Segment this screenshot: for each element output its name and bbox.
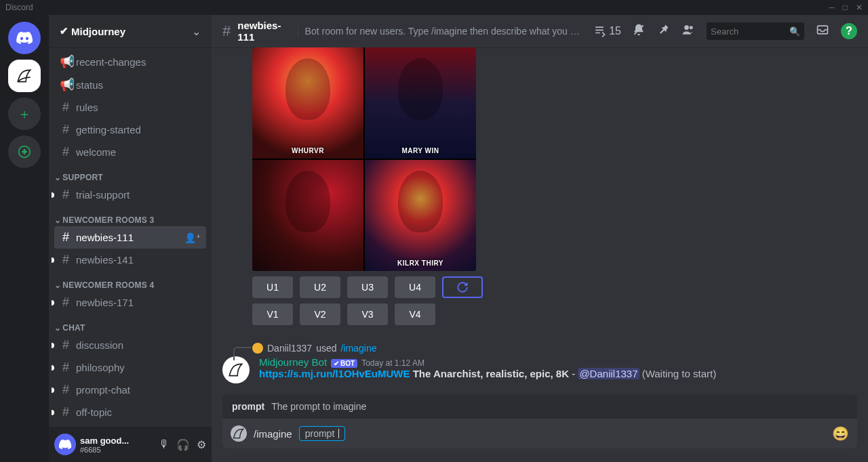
composer-zone: prompt The prompt to imagine /imagine pr… bbox=[212, 386, 868, 462]
member-list-icon[interactable] bbox=[681, 23, 696, 39]
explore-servers-button[interactable] bbox=[8, 135, 41, 168]
channel-newbies-141[interactable]: #newbies-141 bbox=[54, 249, 206, 271]
channel-label: newbies-171 bbox=[76, 297, 134, 308]
channel-rules[interactable]: #rules bbox=[54, 96, 206, 119]
upscale-2-button[interactable]: U2 bbox=[300, 276, 340, 298]
channel-discussion[interactable]: #discussion bbox=[54, 334, 206, 356]
prompt-argument-pill[interactable]: prompt bbox=[299, 426, 346, 441]
variation-4-button[interactable]: V4 bbox=[395, 303, 435, 325]
unread-indicator-icon bbox=[52, 257, 54, 263]
channel-trial-support[interactable]: #trial-support bbox=[54, 184, 206, 206]
server-name: Midjourney bbox=[71, 26, 125, 37]
window-close-icon[interactable]: ✕ bbox=[856, 3, 863, 12]
channel-status[interactable]: 📢status bbox=[54, 73, 206, 96]
upscale-4-button[interactable]: U4 bbox=[395, 276, 435, 298]
hash-icon: # bbox=[222, 22, 231, 40]
result-image-3 bbox=[252, 160, 363, 271]
bot-tag: ✔ BOT bbox=[331, 359, 357, 368]
channel-welcome[interactable]: #welcome bbox=[54, 141, 206, 163]
hash-icon: # bbox=[60, 145, 72, 159]
user-mention[interactable]: @Daniil1337 bbox=[578, 368, 639, 379]
channel-philosophy[interactable]: #philosophy bbox=[54, 356, 206, 379]
message-list: WHURVR MARY WIN KILRX THIRY U1 U2 U3 U4 … bbox=[212, 47, 868, 386]
variation-3-button[interactable]: V3 bbox=[347, 303, 388, 325]
reroll-button[interactable] bbox=[442, 276, 483, 298]
unread-indicator-icon bbox=[52, 410, 54, 415]
category-newcomer-rooms-4[interactable]: ⌄NEWCOMER ROOMS 4 bbox=[49, 271, 212, 291]
category-support[interactable]: ⌄SUPPORT bbox=[49, 163, 212, 184]
hash-icon: # bbox=[60, 360, 72, 375]
svg-point-2 bbox=[684, 25, 689, 30]
help-icon[interactable]: ? bbox=[841, 23, 857, 39]
svg-point-3 bbox=[690, 26, 693, 29]
reply-avatar-icon bbox=[252, 343, 263, 354]
pinned-messages-icon[interactable] bbox=[656, 23, 670, 39]
channel-getting-started[interactable]: #getting-started bbox=[54, 119, 206, 141]
bot-message: Midjourney Bot ✔ BOT Today at 1:12 AM ht… bbox=[222, 356, 857, 383]
hash-icon: # bbox=[60, 188, 72, 202]
channel-label: getting-started bbox=[76, 124, 141, 135]
message-author[interactable]: Midjourney Bot bbox=[259, 356, 327, 368]
unread-indicator-icon bbox=[52, 300, 54, 306]
megaphone-icon: 📢 bbox=[60, 77, 72, 92]
add-server-button[interactable]: ＋ bbox=[8, 98, 41, 130]
upscale-1-button[interactable]: U1 bbox=[252, 276, 293, 298]
mute-mic-icon[interactable]: 🎙 bbox=[159, 438, 170, 451]
hash-icon: # bbox=[60, 100, 72, 114]
channel-prompt-chat[interactable]: #prompt-chat bbox=[54, 379, 206, 401]
attach-button[interactable] bbox=[231, 425, 247, 442]
message-body: https://s.mj.run/l1OHvEuMUWE The Anarchi… bbox=[259, 368, 716, 379]
emoji-picker-icon[interactable]: 😄 bbox=[832, 425, 849, 442]
chevron-down-icon: ⌄ bbox=[54, 323, 61, 333]
channel-label: status bbox=[76, 79, 103, 91]
channel-label: philosophy bbox=[76, 362, 125, 373]
channel-recent-changes[interactable]: 📢recent-changes bbox=[54, 50, 206, 73]
threads-button[interactable]: 15 bbox=[593, 24, 621, 38]
channel-label: welcome bbox=[76, 146, 116, 158]
chevron-down-icon: ⌄ bbox=[54, 215, 61, 225]
notification-bell-icon[interactable] bbox=[632, 23, 646, 39]
window-maximize-icon[interactable]: □ bbox=[843, 3, 848, 12]
upscale-3-button[interactable]: U3 bbox=[347, 276, 388, 298]
search-input[interactable] bbox=[711, 26, 789, 37]
reply-context[interactable]: Daniil1337 used /imagine bbox=[252, 343, 857, 354]
chevron-down-icon: ⌄ bbox=[192, 25, 201, 38]
command-autocomplete[interactable]: prompt The prompt to imagine bbox=[222, 394, 857, 419]
server-midjourney-button[interactable] bbox=[8, 60, 41, 92]
category-chat[interactable]: ⌄CHAT bbox=[49, 314, 212, 334]
server-header[interactable]: ✔ Midjourney ⌄ bbox=[49, 15, 212, 47]
window-minimize-icon[interactable]: ─ bbox=[829, 3, 835, 12]
channel-newbies-171[interactable]: #newbies-171 bbox=[54, 291, 206, 314]
inbox-icon[interactable] bbox=[815, 23, 830, 39]
channel-title: newbies-111 bbox=[237, 20, 290, 43]
threads-count-label: 15 bbox=[609, 25, 621, 37]
prompt-text: The Anarchist, realistic, epic, 8K bbox=[410, 368, 570, 379]
search-input-container[interactable]: 🔍 bbox=[707, 22, 804, 40]
self-avatar[interactable] bbox=[54, 434, 76, 455]
hash-icon: # bbox=[60, 338, 72, 352]
create-invite-icon[interactable]: 👤⁺ bbox=[184, 232, 201, 243]
category-newcomer-rooms-3[interactable]: ⌄NEWCOMER ROOMS 3 bbox=[49, 206, 212, 226]
composer[interactable]: /imagine prompt 😄 bbox=[222, 419, 857, 448]
deafen-icon[interactable]: 🎧 bbox=[176, 438, 190, 451]
upscale-row: U1 U2 U3 U4 bbox=[252, 276, 857, 298]
channel-newbies-111[interactable]: #newbies-111 👤⁺ bbox=[54, 226, 206, 249]
channel-sidebar: ✔ Midjourney ⌄ 📢recent-changes 📢status #… bbox=[49, 15, 212, 462]
megaphone-icon: 📢 bbox=[60, 54, 72, 69]
hash-icon: # bbox=[60, 253, 72, 267]
variation-1-button[interactable]: V1 bbox=[252, 303, 293, 325]
variation-2-button[interactable]: V2 bbox=[300, 303, 340, 325]
unread-indicator-icon bbox=[52, 365, 54, 371]
channel-topic[interactable]: Bot room for new users. Type /imagine th… bbox=[298, 26, 587, 37]
message-link[interactable]: https://s.mj.run/l1OHvEuMUWE bbox=[259, 368, 410, 379]
bot-avatar[interactable] bbox=[222, 356, 250, 383]
verified-icon: ✔ bbox=[60, 25, 68, 37]
channel-off-topic[interactable]: #off-topic bbox=[54, 401, 206, 423]
reply-command: /imagine bbox=[341, 343, 377, 354]
chevron-down-icon: ⌄ bbox=[54, 280, 61, 290]
dm-home-button[interactable] bbox=[8, 22, 41, 54]
settings-gear-icon[interactable]: ⚙ bbox=[197, 438, 206, 451]
channel-label: discussion bbox=[76, 339, 123, 351]
unread-indicator-icon bbox=[52, 387, 54, 393]
midjourney-result-grid[interactable]: WHURVR MARY WIN KILRX THIRY bbox=[252, 47, 476, 271]
